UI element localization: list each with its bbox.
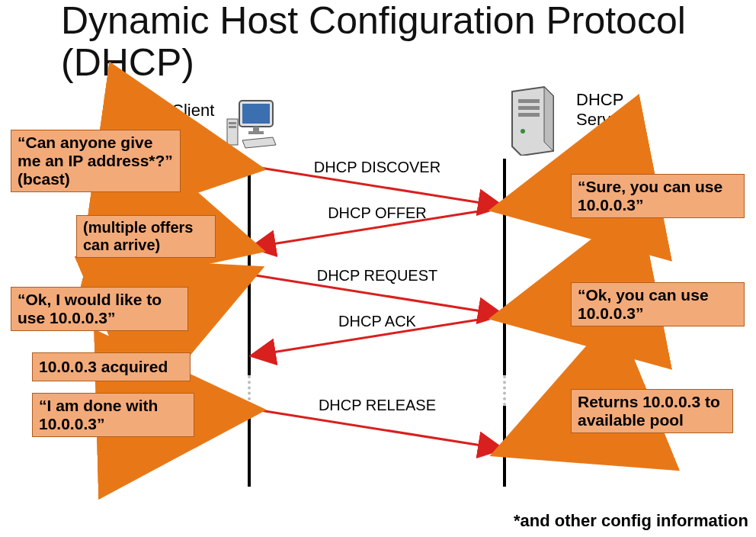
svg-rect-1 [242, 104, 270, 124]
callout-multiple-offers: (multiple offers can arrive) [76, 215, 216, 258]
svg-line-19 [186, 410, 242, 412]
svg-line-22 [512, 423, 570, 447]
svg-rect-6 [229, 126, 236, 128]
callout-discover: “Can anyone give me an IP address*?” (bc… [11, 130, 181, 192]
svg-line-16 [171, 156, 242, 166]
server-label: DHCP Server [576, 90, 668, 130]
callout-return: Returns 10.0.0.3 to available pool [571, 389, 733, 433]
client-label: Client [171, 101, 214, 121]
callout-ack: “Ok, you can use 10.0.0.3” [571, 282, 745, 326]
dhcp-sequence-diagram: Dynamic Host Configuration Protocol (DHC… [0, 0, 756, 537]
svg-line-15 [251, 409, 501, 449]
footnote: *and other config information [514, 511, 748, 531]
svg-rect-2 [253, 127, 259, 131]
svg-point-10 [521, 129, 525, 133]
callout-offer: “Sure, you can use 10.0.0.3” [571, 174, 745, 218]
callout-acquired: 10.0.0.3 acquired [32, 352, 191, 381]
callout-request: “Ok, I would like to use 10.0.0.3” [11, 287, 188, 331]
msg-offer: DHCP OFFER [248, 204, 507, 222]
svg-line-21 [512, 303, 570, 314]
svg-line-20 [512, 195, 570, 206]
slide-title: Dynamic Host Configuration Protocol (DHC… [61, 0, 732, 84]
callout-done: “I am done with 10.0.0.3” [32, 393, 194, 437]
svg-rect-8 [518, 106, 540, 110]
svg-rect-5 [229, 122, 236, 124]
svg-rect-7 [518, 99, 540, 103]
msg-request: DHCP REQUEST [248, 267, 507, 285]
server-tower-icon [503, 85, 562, 156]
msg-release: DHCP RELEASE [248, 397, 507, 414]
msg-discover: DHCP DISCOVER [248, 159, 507, 176]
svg-rect-9 [518, 113, 540, 117]
client-computer-icon [226, 98, 279, 151]
svg-line-18 [179, 276, 242, 304]
svg-rect-3 [248, 131, 264, 134]
msg-ack: DHCP ACK [248, 313, 507, 330]
